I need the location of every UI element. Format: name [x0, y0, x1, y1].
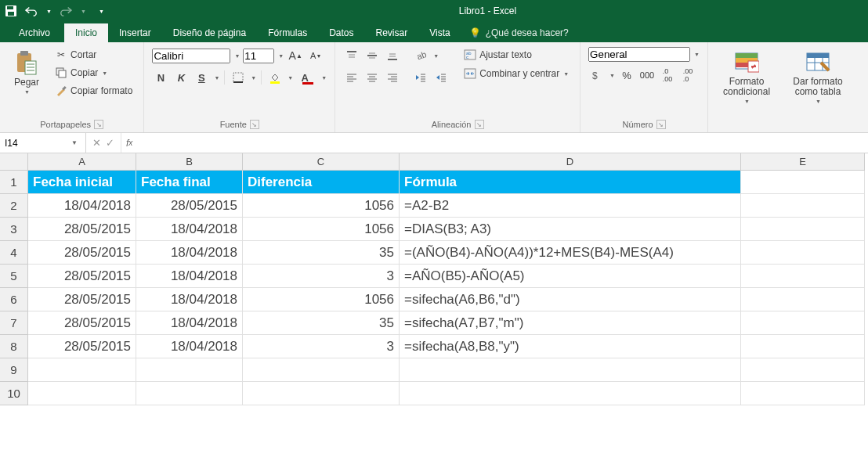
cut-button[interactable]: ✂Cortar [52, 47, 136, 63]
column-header[interactable]: E [741, 153, 865, 171]
format-as-table-button[interactable]: Dar formato como tabla▼ [783, 47, 852, 107]
cell[interactable]: 3 [243, 335, 400, 358]
row-header[interactable]: 2 [0, 194, 28, 218]
tab-view[interactable]: Vista [418, 23, 461, 42]
name-box-input[interactable] [0, 138, 67, 149]
orientation-icon[interactable]: ab [412, 47, 429, 64]
tab-data[interactable]: Datos [318, 23, 364, 42]
borders-button[interactable] [230, 69, 247, 86]
cell[interactable]: 1056 [243, 194, 400, 218]
row-header[interactable]: 10 [0, 382, 28, 405]
accounting-format-icon[interactable]: $ [588, 67, 606, 84]
column-header[interactable]: C [243, 153, 400, 171]
alignment-launcher-icon[interactable]: ↘ [475, 120, 484, 129]
increase-indent-icon[interactable] [432, 69, 450, 86]
column-header[interactable]: D [400, 153, 741, 171]
cell[interactable] [741, 171, 865, 194]
redo-icon[interactable] [60, 5, 72, 17]
formula-input[interactable] [137, 133, 868, 153]
qat-customize-icon[interactable]: ▼ [99, 9, 104, 14]
wrap-text-button[interactable]: abcAjustar texto [461, 47, 572, 63]
chevron-down-icon[interactable]: ▼ [288, 75, 293, 81]
increase-decimal-icon[interactable]: .0.00 [659, 67, 676, 84]
font-size-input[interactable] [243, 49, 274, 63]
undo-dropdown-icon[interactable]: ▼ [46, 9, 52, 14]
name-box[interactable]: ▼ [0, 133, 86, 153]
name-box-dropdown-icon[interactable]: ▼ [67, 139, 81, 146]
cell[interactable]: Fórmula [400, 171, 741, 194]
select-all-corner[interactable] [0, 153, 28, 171]
cell[interactable] [741, 311, 865, 335]
cell[interactable] [741, 335, 865, 358]
fx-icon[interactable]: fx [121, 133, 137, 153]
chevron-down-icon[interactable]: ▼ [321, 75, 327, 81]
cell[interactable] [741, 358, 865, 382]
decrease-font-icon[interactable]: A▼ [307, 47, 324, 64]
chevron-down-icon[interactable]: ▼ [609, 73, 615, 78]
merge-center-button[interactable]: Combinar y centrar▼ [461, 66, 572, 81]
cell[interactable]: 18/04/2018 [136, 288, 243, 311]
paste-button[interactable]: Pegar ▼ [8, 47, 45, 98]
conditional-formatting-button[interactable]: Formato condicional▼ [716, 47, 777, 107]
number-format-select[interactable] [588, 47, 690, 62]
align-middle-icon[interactable] [363, 47, 381, 64]
cell[interactable] [741, 241, 865, 265]
cell[interactable]: 28/05/2015 [28, 311, 136, 335]
row-header[interactable]: 8 [0, 335, 28, 358]
cell[interactable]: 18/04/2018 [28, 194, 136, 218]
row-header[interactable]: 1 [0, 171, 28, 194]
tab-page-layout[interactable]: Diseño de página [162, 23, 257, 42]
cell[interactable]: Fecha final [136, 171, 243, 194]
copy-button[interactable]: Copiar▼ [52, 65, 136, 81]
cell[interactable]: 35 [243, 241, 400, 265]
cell[interactable]: 28/05/2015 [28, 335, 136, 358]
thousands-format-icon[interactable]: 000 [638, 67, 656, 84]
cell[interactable] [741, 288, 865, 311]
align-left-icon[interactable] [343, 69, 360, 86]
percent-format-icon[interactable]: % [618, 67, 635, 84]
tab-insert[interactable]: Insertar [108, 23, 162, 42]
undo-icon[interactable] [25, 5, 38, 17]
cell[interactable]: =AÑO(B5)-AÑO(A5) [400, 265, 741, 288]
chevron-down-icon[interactable]: ▼ [234, 53, 240, 59]
save-icon[interactable] [5, 5, 17, 17]
cell[interactable]: 35 [243, 311, 400, 335]
cell[interactable] [243, 382, 400, 405]
column-header[interactable]: B [136, 153, 243, 171]
align-right-icon[interactable] [384, 69, 401, 86]
cell[interactable]: 1056 [243, 218, 400, 241]
tab-review[interactable]: Revisar [365, 23, 419, 42]
cell[interactable]: =sifecha(A6,B6,"d") [400, 288, 741, 311]
cell[interactable] [400, 358, 741, 382]
bold-button[interactable]: N [152, 69, 169, 86]
underline-button[interactable]: S [193, 69, 210, 86]
clipboard-launcher-icon[interactable]: ↘ [94, 120, 103, 129]
cell[interactable]: 28/05/2015 [28, 241, 136, 265]
cell[interactable] [28, 382, 136, 405]
cell[interactable]: Fecha inicial [28, 171, 136, 194]
cell[interactable]: =A2-B2 [400, 194, 741, 218]
cell[interactable]: 1056 [243, 288, 400, 311]
chevron-down-icon[interactable]: ▼ [278, 53, 284, 59]
cancel-formula-icon[interactable]: ✕ [92, 137, 101, 149]
align-top-icon[interactable] [343, 47, 360, 64]
tab-file[interactable]: Archivo [8, 23, 64, 42]
cell[interactable] [741, 194, 865, 218]
tell-me-search[interactable]: 💡 ¿Qué desea hacer? [461, 23, 577, 42]
cell[interactable]: 28/05/2015 [28, 288, 136, 311]
cell[interactable] [28, 358, 136, 382]
cell[interactable]: 18/04/2018 [136, 311, 243, 335]
cell[interactable] [741, 382, 865, 405]
cell[interactable]: 28/05/2015 [136, 194, 243, 218]
cell[interactable]: 28/05/2015 [28, 265, 136, 288]
row-header[interactable]: 7 [0, 311, 28, 335]
italic-button[interactable]: K [172, 69, 190, 86]
cell[interactable]: 18/04/2018 [136, 265, 243, 288]
cell[interactable]: 18/04/2018 [136, 241, 243, 265]
cell[interactable] [741, 218, 865, 241]
column-header[interactable]: A [28, 153, 136, 171]
enter-formula-icon[interactable]: ✓ [106, 137, 114, 149]
align-bottom-icon[interactable] [384, 47, 401, 64]
cell[interactable]: =(AÑO(B4)-AÑO(A4))*12+MES(B4)-MES(A4) [400, 241, 741, 265]
font-name-input[interactable] [152, 49, 230, 63]
